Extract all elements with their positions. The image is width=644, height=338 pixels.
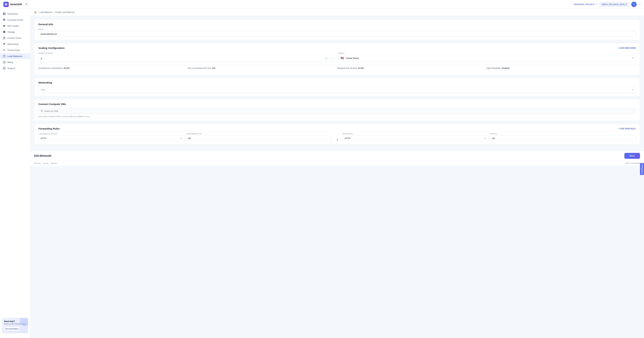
forwarding-rules-title: Forwarding Rules — [38, 127, 60, 130]
logo-text: NodeShift — [10, 3, 22, 6]
sidebar-item-access-keys[interactable]: Access Keys — [0, 47, 30, 53]
svg-point-28 — [4, 68, 5, 69]
price-label: $19.44/month — [34, 154, 51, 157]
sidebar-item-load-balancer[interactable]: Load Balancer — [0, 53, 30, 59]
svg-rect-3 — [3, 14, 4, 15]
support-icon — [3, 67, 6, 70]
clipboard-icon — [3, 37, 6, 40]
sidebar-item-label: Storage — [8, 31, 15, 33]
name-input[interactable] — [38, 31, 636, 37]
lb-port-label: Load Balancer Port — [186, 133, 332, 135]
sidebar-item-networking[interactable]: Networking — [0, 41, 30, 47]
vm-port-value: 80 — [492, 137, 495, 140]
svg-rect-20 — [4, 37, 5, 37]
add-new-rule-button[interactable]: + ADD NEW RULE — [618, 127, 636, 130]
region-label: Region — [338, 52, 636, 54]
scaling-config-section: Scaling Configuration + ADD NEW NODE Num… — [34, 43, 640, 75]
vm-hint-text: Only active Compute VMs in running statu… — [38, 115, 636, 117]
increment-nodes-button[interactable]: + — [324, 56, 328, 61]
networking-section: Networking VPC ▼ — [34, 78, 640, 96]
sidebar: Dashboard Compute Nodes — [0, 9, 30, 338]
breadcrumb-sep-2: › — [53, 11, 54, 14]
svg-line-29 — [3, 67, 4, 68]
lb-protocol-select[interactable]: HTTP ▼ — [38, 135, 184, 141]
xcom-link[interactable]: X.com — [43, 162, 48, 164]
sidebar-item-custom-order[interactable]: Custom Order — [0, 35, 30, 41]
vpc-select[interactable]: VPC ▼ — [38, 87, 636, 93]
stat-label-0: Simultaneous Connections: — [38, 67, 63, 69]
sidebar-item-compute-nodes[interactable]: Compute Nodes — [0, 17, 30, 23]
search-icon — [40, 110, 43, 113]
region-flag: 🇺🇸 — [340, 57, 344, 60]
documentation-button[interactable]: Documentation — [4, 326, 20, 331]
stat-value-2: 20,000 — [358, 67, 364, 69]
sidebar-item-label: Billing — [8, 61, 13, 64]
sidebar-item-label: Custom Order — [8, 37, 21, 39]
region-chevron-icon: ▼ — [632, 57, 634, 59]
svg-line-34 — [42, 111, 43, 112]
num-nodes-label: Number of Nodes — [38, 52, 336, 54]
sidebar-item-billing[interactable]: Billing — [0, 59, 30, 65]
sidebar-item-label: Load Balancer — [8, 55, 22, 57]
chip-icon — [3, 24, 6, 27]
svg-rect-2 — [4, 13, 5, 14]
stat-value-1: 500 — [212, 67, 215, 69]
stats-row: Simultaneous Connections: 20,000 SSL Con… — [38, 65, 636, 71]
svg-line-31 — [5, 69, 5, 69]
sidebar-item-storage[interactable]: Storage — [0, 29, 30, 35]
lb-protocol-value: HTTP — [40, 137, 46, 140]
main-content: 🏠 › Load Balancer › Create Load Balancer… — [30, 9, 644, 338]
sidebar-item-gpu-nodes[interactable]: GPU Nodes — [0, 23, 30, 29]
help-card: Need help? Check out our documentation D… — [2, 318, 28, 333]
project-selector[interactable]: PERSONAL PROJECT ▼ — [574, 3, 597, 5]
num-nodes-value: 1 — [40, 57, 324, 60]
name-label: Name — [38, 28, 636, 30]
feedback-label[interactable]: Feedback — [640, 163, 644, 175]
region-select[interactable]: 🇺🇸 United States ▼ — [338, 55, 636, 61]
forwarding-rules-section: Forwarding Rules + ADD NEW RULE Load Bal… — [34, 124, 640, 145]
discord-link[interactable]: Discord — [34, 162, 40, 164]
lb-protocol-label: Load Balancer Protocol — [38, 133, 184, 135]
region-value: United States — [346, 57, 359, 60]
feedback-tab[interactable]: Feedback — [640, 163, 644, 175]
vm-search-input[interactable] — [44, 110, 634, 112]
sidebar-item-support[interactable]: Support — [0, 65, 30, 71]
lb-port-input[interactable]: 80 — [186, 135, 332, 141]
vm-protocol-value: HTTP — [345, 137, 350, 140]
svg-point-8 — [5, 20, 5, 20]
github-link[interactable]: GitHub — [51, 162, 57, 164]
svg-rect-9 — [4, 25, 5, 27]
svg-rect-1 — [3, 13, 4, 14]
vm-search-bar[interactable] — [38, 108, 636, 114]
vpc-chevron-icon: ▼ — [632, 89, 633, 91]
rent-button[interactable]: Rent — [624, 153, 640, 159]
connect-vms-title: Connect Compute VMs — [38, 103, 66, 105]
decrement-nodes-button[interactable]: − — [330, 56, 334, 61]
balance-icon — [3, 55, 6, 58]
menu-toggle[interactable]: ≡ — [24, 2, 28, 6]
footer-links: Discord X.com GitHub 2024 © NodeShift — [30, 161, 644, 166]
stat-label-3: High Availability: — [486, 67, 501, 69]
svg-point-33 — [41, 110, 42, 111]
refill-balance-button[interactable]: REFILL BALANCE: $100.17 — [600, 2, 629, 7]
stat-requests: Requests Per Second: 20,000 — [337, 67, 486, 69]
stat-value-0: 20,000 — [64, 67, 70, 69]
svg-point-7 — [5, 19, 5, 19]
key-icon — [3, 49, 6, 52]
breadcrumb-load-balancer[interactable]: Load Balancer — [40, 11, 52, 14]
dollar-icon — [3, 61, 6, 64]
avatar-chevron-icon: ▼ — [639, 3, 641, 5]
general-info-title: General Info — [38, 23, 53, 26]
vm-protocol-select[interactable]: HTTP ▼ — [342, 135, 488, 141]
avatar[interactable]: N — [631, 2, 636, 7]
sidebar-item-label: Access Keys — [8, 49, 20, 51]
add-new-node-button[interactable]: + ADD NEW NODE — [618, 47, 636, 49]
logo[interactable]: NodeShift — [3, 2, 22, 7]
sidebar-item-dashboard[interactable]: Dashboard — [0, 11, 30, 17]
project-chevron-icon: ▼ — [596, 3, 597, 5]
breadcrumb-sep-1: › — [38, 11, 38, 14]
breadcrumb: 🏠 › Load Balancer › Create Load Balancer — [30, 9, 644, 16]
vm-port-input[interactable]: 80 — [490, 135, 636, 141]
vm-port-label: VM Port — [490, 133, 636, 135]
home-icon[interactable]: 🏠 — [34, 11, 37, 14]
